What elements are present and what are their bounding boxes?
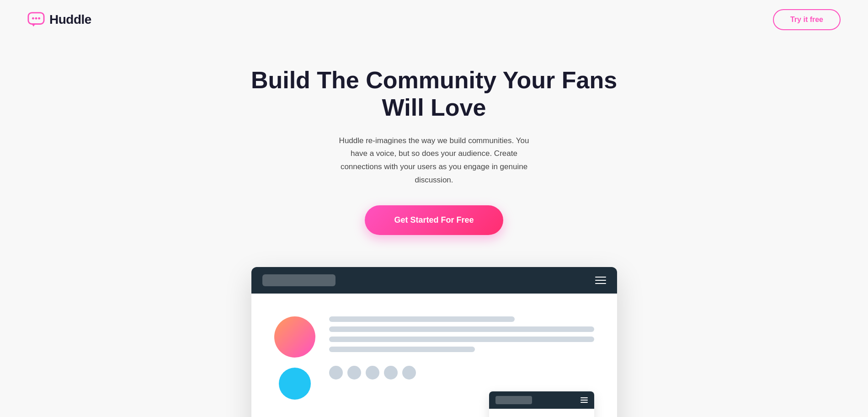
browser-content — [251, 294, 617, 417]
try-it-free-button[interactable]: Try it free — [773, 9, 841, 30]
text-line-3 — [329, 337, 594, 342]
huddle-logo-icon — [27, 11, 45, 28]
logo-label: Huddle — [49, 12, 91, 27]
avatar-blue — [279, 368, 311, 400]
hamburger-menu-icon — [595, 277, 606, 284]
hero-subtitle: Huddle re-imagines the way we build comm… — [336, 134, 533, 187]
logo: Huddle — [27, 11, 91, 28]
mini-phone-bar — [489, 391, 594, 409]
browser-mockup — [251, 267, 617, 417]
dot-indicators — [329, 366, 594, 380]
content-left — [274, 312, 315, 400]
dot-3 — [366, 366, 379, 380]
svg-point-2 — [35, 17, 37, 20]
mini-address-bar — [495, 396, 532, 404]
mini-phone-content — [489, 409, 594, 417]
mockup-section — [0, 253, 868, 417]
text-line-1 — [329, 316, 515, 322]
svg-point-1 — [32, 17, 34, 20]
get-started-button[interactable]: Get Started For Free — [365, 205, 503, 235]
dot-5 — [402, 366, 416, 380]
avatar-gradient — [274, 316, 315, 358]
site-header: Huddle Try it free — [0, 0, 868, 39]
mini-hamburger-icon — [580, 397, 588, 403]
browser-bar — [251, 267, 617, 294]
hero-section: Build The Community Your Fans Will Love … — [0, 39, 868, 253]
text-line-4 — [329, 347, 475, 352]
mini-phone-mockup — [489, 391, 594, 417]
dot-2 — [347, 366, 361, 380]
content-right — [329, 312, 594, 417]
svg-point-3 — [38, 17, 40, 20]
browser-address-bar — [262, 274, 335, 286]
dot-1 — [329, 366, 343, 380]
dot-4 — [384, 366, 398, 380]
hero-title: Build The Community Your Fans Will Love — [240, 67, 628, 122]
text-line-2 — [329, 326, 594, 332]
